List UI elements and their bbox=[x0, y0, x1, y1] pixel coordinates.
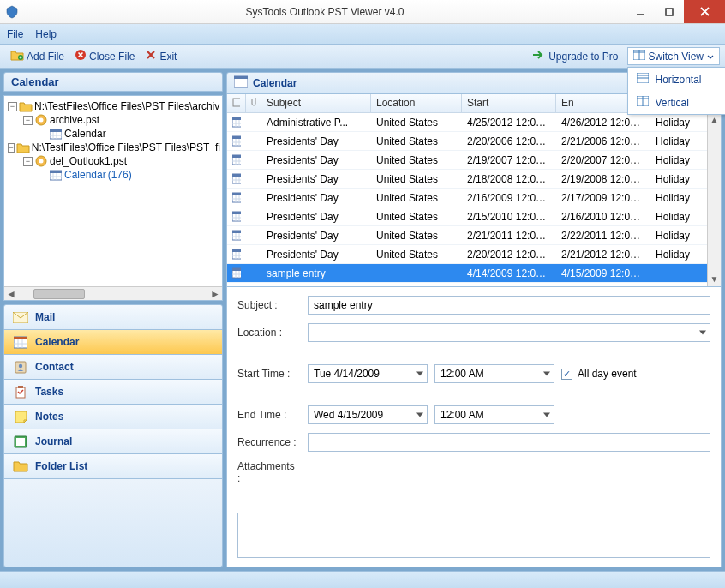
scrollbar-thumb[interactable] bbox=[33, 289, 85, 299]
row-end: 2/19/2008 12:00:... bbox=[556, 173, 650, 185]
tree-root-1[interactable]: − N:\TestFiles\Office Files\PST Files\ar… bbox=[6, 99, 220, 113]
tree-calendar-2[interactable]: Calendar (176) bbox=[6, 168, 220, 182]
upgrade-label: Upgrade to Pro bbox=[548, 51, 618, 63]
start-time-value: 12:00 AM bbox=[440, 368, 484, 380]
scroll-right-arrow-icon[interactable]: ► bbox=[208, 288, 222, 300]
scroll-up-arrow-icon[interactable]: ▲ bbox=[708, 113, 721, 127]
grid-row[interactable]: sample entry4/14/2009 12:00:...4/15/2009… bbox=[227, 264, 721, 283]
nav-tasks[interactable]: Tasks bbox=[3, 380, 223, 405]
row-end: 2/17/2009 12:00:... bbox=[556, 192, 650, 204]
app-icon bbox=[5, 5, 19, 19]
grid-vertical-scrollbar[interactable]: ▲ ▼ bbox=[707, 113, 721, 286]
start-time-row: Start Time : Tue 4/14/2009 12:00 AM ✓ Al… bbox=[237, 364, 710, 383]
calendar-icon bbox=[49, 169, 63, 181]
grid-row[interactable]: Presidents' DayUnited States2/16/2009 12… bbox=[227, 189, 721, 207]
end-time-row: End Time : Wed 4/15/2009 12:00 AM bbox=[237, 405, 710, 424]
tree-root-2[interactable]: − N:\TestFiles\Office Files\PST Files\PS… bbox=[6, 141, 220, 154]
grid-row[interactable]: Presidents' DayUnited States2/20/2006 12… bbox=[227, 132, 721, 151]
end-time-input[interactable]: 12:00 AM bbox=[434, 405, 554, 424]
menu-file[interactable]: File bbox=[7, 28, 23, 40]
upgrade-button[interactable]: Upgrade to Pro bbox=[527, 48, 623, 64]
row-end: 2/21/2006 12:00:... bbox=[556, 135, 650, 147]
grid-row[interactable]: Presidents' DayUnited States2/15/2010 12… bbox=[227, 207, 721, 226]
tree-horizontal-scrollbar[interactable]: ◄ ► bbox=[4, 286, 222, 300]
grid-row[interactable]: Presidents' DayUnited States2/19/2007 12… bbox=[227, 151, 721, 170]
contact-icon bbox=[13, 360, 28, 374]
switch-view-button[interactable]: Switch View Horizontal Vertical bbox=[627, 47, 720, 65]
recurrence-input[interactable] bbox=[308, 433, 710, 452]
grid-row[interactable]: Administrative P...United States4/25/201… bbox=[227, 113, 721, 132]
column-subject[interactable]: Subject bbox=[261, 94, 371, 112]
row-subject: Presidents' Day bbox=[261, 249, 371, 261]
column-icon[interactable] bbox=[227, 94, 246, 112]
row-calendar-icon bbox=[227, 192, 246, 203]
menu-help[interactable]: Help bbox=[35, 28, 57, 40]
maximize-button[interactable] bbox=[655, 0, 684, 23]
nav-notes[interactable]: Notes bbox=[3, 405, 223, 429]
tree-label: archive.pst bbox=[50, 114, 99, 126]
end-date-input[interactable]: Wed 4/15/2009 bbox=[308, 405, 428, 424]
nav-mail[interactable]: Mail bbox=[3, 304, 223, 330]
subject-row: Subject : sample entry bbox=[237, 296, 710, 315]
subject-input[interactable]: sample entry bbox=[308, 296, 710, 315]
grid-row[interactable]: Presidents' DayUnited States2/21/2011 12… bbox=[227, 226, 721, 245]
collapse-icon[interactable]: − bbox=[23, 116, 33, 125]
end-time-label: End Time : bbox=[237, 409, 299, 421]
row-subject: Presidents' Day bbox=[261, 173, 371, 185]
start-time-input[interactable]: 12:00 AM bbox=[434, 364, 554, 383]
nav-contact[interactable]: Contact bbox=[3, 355, 223, 380]
minimize-button[interactable] bbox=[626, 0, 655, 23]
journal-icon bbox=[13, 435, 28, 448]
row-calendar-icon bbox=[227, 135, 246, 147]
location-row: Location : bbox=[237, 323, 710, 342]
svg-point-23 bbox=[39, 159, 44, 164]
window-controls bbox=[626, 0, 725, 23]
close-button[interactable] bbox=[684, 0, 725, 23]
tree-label: Calendar bbox=[64, 169, 106, 181]
menubar: File Help bbox=[0, 24, 725, 45]
collapse-icon[interactable]: − bbox=[8, 143, 15, 153]
mail-icon bbox=[13, 310, 28, 324]
column-location[interactable]: Location bbox=[371, 94, 462, 112]
calendar-icon bbox=[234, 75, 248, 91]
location-input[interactable] bbox=[308, 323, 710, 342]
column-start[interactable]: Start bbox=[462, 94, 556, 112]
svg-rect-42 bbox=[234, 76, 248, 79]
left-panel-header: Calendar bbox=[3, 72, 223, 92]
folder-tree[interactable]: − N:\TestFiles\Office Files\PST Files\ar… bbox=[3, 95, 223, 301]
add-file-label: Add File bbox=[27, 51, 64, 63]
switch-vertical-item[interactable]: Vertical bbox=[628, 91, 725, 114]
close-file-label: Close File bbox=[89, 51, 135, 63]
start-date-input[interactable]: Tue 4/14/2009 bbox=[308, 364, 428, 383]
nav-calendar[interactable]: Calendar bbox=[3, 330, 223, 355]
svg-rect-18 bbox=[50, 129, 62, 132]
exit-button[interactable]: Exit bbox=[140, 47, 182, 65]
grid-row[interactable]: Presidents' DayUnited States2/18/2008 12… bbox=[227, 170, 721, 189]
add-file-button[interactable]: Add File bbox=[5, 47, 69, 65]
calendar-icon bbox=[49, 128, 63, 140]
close-file-button[interactable]: Close File bbox=[69, 47, 140, 65]
start-date-value: Tue 4/14/2009 bbox=[314, 368, 380, 380]
attachments-box[interactable] bbox=[237, 513, 710, 558]
tree-pst-1[interactable]: − archive.pst bbox=[6, 113, 220, 127]
grid-row[interactable]: Presidents' DayUnited States2/20/2012 12… bbox=[227, 245, 721, 264]
collapse-icon[interactable]: − bbox=[23, 157, 33, 166]
location-label: Location : bbox=[237, 327, 299, 339]
calendar-icon bbox=[13, 335, 28, 349]
column-attachment[interactable] bbox=[246, 94, 261, 112]
row-category: Holiday bbox=[650, 154, 698, 166]
nav-folder-list[interactable]: Folder List bbox=[3, 454, 223, 479]
tree-calendar-1[interactable]: Calendar bbox=[6, 127, 220, 141]
nav-journal[interactable]: Journal bbox=[3, 429, 223, 454]
scroll-down-arrow-icon[interactable]: ▼ bbox=[708, 273, 721, 286]
switch-horizontal-item[interactable]: Horizontal bbox=[628, 68, 725, 91]
svg-rect-38 bbox=[18, 386, 23, 388]
row-calendar-icon bbox=[227, 267, 246, 279]
collapse-icon[interactable]: − bbox=[8, 102, 17, 111]
nav-label: Calendar bbox=[35, 336, 79, 348]
scroll-left-arrow-icon[interactable]: ◄ bbox=[4, 288, 18, 300]
row-location: United States bbox=[371, 230, 462, 242]
row-start: 2/20/2012 12:00:... bbox=[462, 249, 556, 261]
all-day-checkbox[interactable]: ✓ All day event bbox=[561, 368, 637, 380]
tree-pst-2[interactable]: − del_Outlook1.pst bbox=[6, 154, 220, 168]
